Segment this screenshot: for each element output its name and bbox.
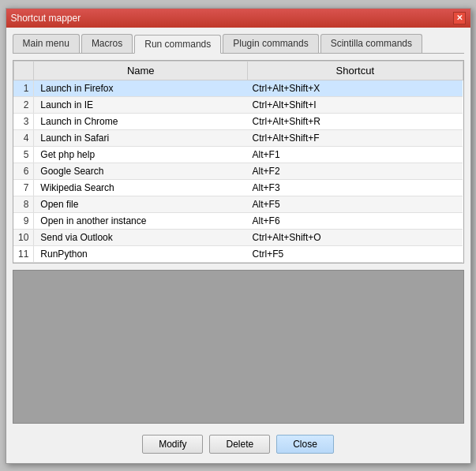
row-name: Open in another instance [34,212,248,229]
table-row[interactable]: 10 Send via Outlook Ctrl+Alt+Shift+O [13,229,463,245]
table-row[interactable]: 2 Launch in IE Ctrl+Alt+Shift+I [13,96,463,113]
row-name: Launch in Safari [34,129,248,146]
modify-button[interactable]: Modify [142,435,203,454]
row-name: Launch in Chrome [34,113,248,129]
row-name: Send via Outlook [34,229,248,245]
row-name: RunPython [34,245,248,262]
table-row[interactable]: 7 Wikipedia Search Alt+F3 [13,179,463,196]
row-num: 8 [13,196,34,212]
row-name: Wikipedia Search [34,179,248,196]
row-name: Open file [34,196,248,212]
tab-scintilla-commands[interactable]: Scintilla commands [320,34,422,53]
row-shortcut: Alt+F2 [248,163,463,179]
row-num: 2 [13,96,34,113]
row-shortcut: Ctrl+Alt+Shift+R [248,113,463,129]
row-shortcut: Ctrl+Alt+Shift+O [248,229,463,245]
tab-macros[interactable]: Macros [81,34,133,53]
row-shortcut: Ctrl+Alt+Shift+I [248,96,463,113]
button-bar: Modify Delete Close [13,430,464,457]
row-shortcut: Ctrl+Alt+Shift+F [248,129,463,146]
tab-bar: Main menu Macros Run commands Plugin com… [13,34,464,54]
row-shortcut: Alt+F6 [248,212,463,229]
row-num: 7 [13,179,34,196]
row-num: 4 [13,129,34,146]
row-name: Get php help [34,146,248,163]
close-button[interactable]: Close [276,435,334,454]
title-bar: Shortcut mapper ✕ [6,9,470,28]
row-shortcut: Ctrl+Alt+Shift+X [248,80,463,96]
col-header-num [13,61,34,80]
table-row[interactable]: 1 Launch in Firefox Ctrl+Alt+Shift+X [13,80,463,96]
row-name: Launch in IE [34,96,248,113]
row-num: 11 [13,245,34,262]
close-window-button[interactable]: ✕ [453,12,466,24]
table-row[interactable]: 9 Open in another instance Alt+F6 [13,212,463,229]
row-shortcut: Ctrl+F5 [248,245,463,262]
col-header-name: Name [34,61,248,80]
table-row[interactable]: 4 Launch in Safari Ctrl+Alt+Shift+F [13,129,463,146]
row-shortcut: Alt+F1 [248,146,463,163]
delete-button[interactable]: Delete [209,435,270,454]
table-row[interactable]: 11 RunPython Ctrl+F5 [13,245,463,262]
row-name: Launch in Firefox [34,80,248,96]
row-num: 6 [13,163,34,179]
shortcut-mapper-window: Shortcut mapper ✕ Main menu Macros Run c… [6,8,471,464]
row-num: 9 [13,212,34,229]
table-row[interactable]: 5 Get php help Alt+F1 [13,146,463,163]
empty-area [13,270,464,424]
table-row[interactable]: 8 Open file Alt+F5 [13,196,463,212]
tab-run-commands[interactable]: Run commands [134,35,221,54]
shortcuts-table-container: Name Shortcut 1 Launch in Firefox Ctrl+A… [13,60,464,264]
row-shortcut: Alt+F3 [248,179,463,196]
row-name: Google Search [34,163,248,179]
row-num: 3 [13,113,34,129]
window-title: Shortcut mapper [11,13,81,24]
tab-plugin-commands[interactable]: Plugin commands [223,34,318,53]
table-row[interactable]: 3 Launch in Chrome Ctrl+Alt+Shift+R [13,113,463,129]
window-body: Main menu Macros Run commands Plugin com… [6,28,470,463]
tab-main-menu[interactable]: Main menu [13,34,80,53]
row-num: 1 [13,80,34,96]
row-num: 5 [13,146,34,163]
row-num: 10 [13,229,34,245]
row-shortcut: Alt+F5 [248,196,463,212]
shortcuts-table: Name Shortcut 1 Launch in Firefox Ctrl+A… [13,61,463,263]
table-row[interactable]: 6 Google Search Alt+F2 [13,163,463,179]
col-header-shortcut: Shortcut [248,61,463,80]
